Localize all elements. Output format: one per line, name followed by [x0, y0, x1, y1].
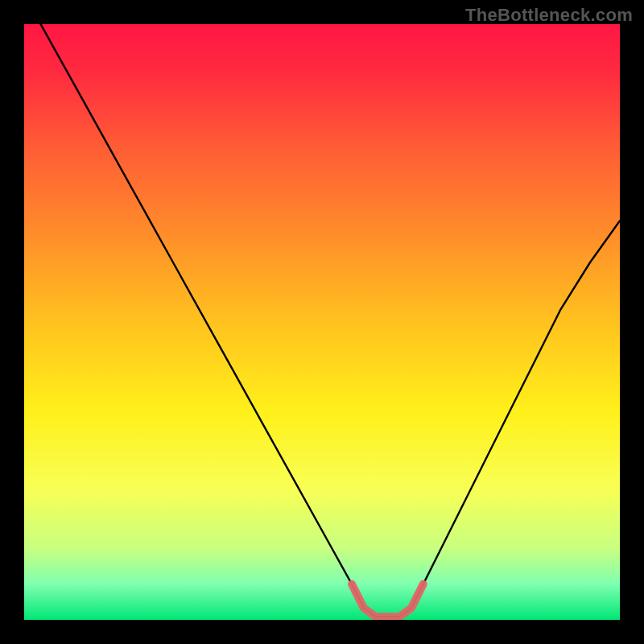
watermark-text: TheBottleneck.com [465, 5, 633, 26]
bottleneck-chart [0, 0, 644, 644]
chart-stage: TheBottleneck.com [0, 0, 644, 644]
